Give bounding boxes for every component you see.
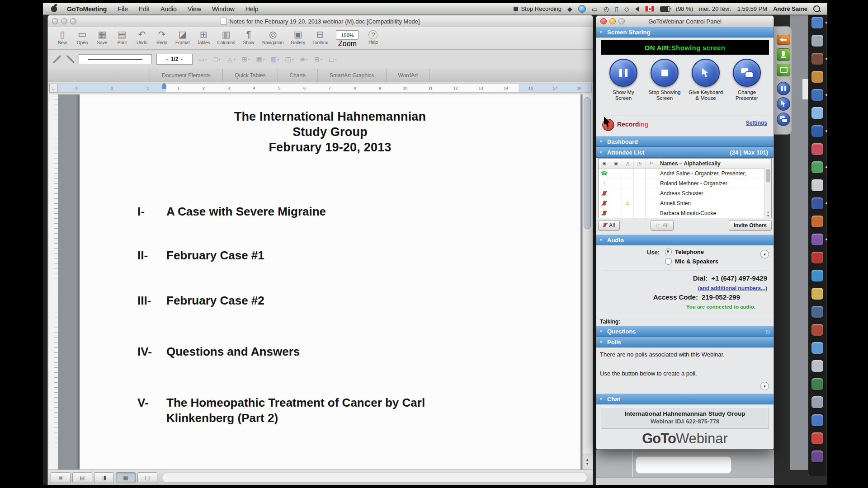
audio-header[interactable]: Audio	[596, 235, 774, 245]
horizontal-scrollbar[interactable]	[162, 473, 587, 483]
dock-app-icon[interactable]	[811, 306, 823, 318]
attendee-audio-icon[interactable]	[599, 208, 610, 218]
fast-user-switch-menu[interactable]: André Saine	[773, 5, 807, 12]
display-status-icon[interactable]: ▭	[592, 6, 598, 12]
view-mode-button[interactable]: ▦	[116, 472, 136, 483]
menu-item[interactable]: Edit	[133, 5, 155, 13]
telephone-radio-row[interactable]: Telephone	[665, 249, 704, 255]
dock-app-icon[interactable]	[811, 378, 823, 390]
speaker-column-icon[interactable]: ▣	[610, 159, 622, 168]
spotlight-icon[interactable]	[813, 5, 820, 12]
audio-options-dropdown[interactable]: ▾	[760, 250, 769, 258]
telephone-radio[interactable]	[665, 249, 672, 255]
menu-item[interactable]: View	[182, 5, 207, 13]
format-tool-button[interactable]: ▭	[197, 54, 208, 64]
dock-app-icon[interactable]	[811, 53, 823, 65]
scroll-up-icon[interactable]: ▲	[585, 458, 589, 462]
format-tool-button[interactable]: □	[212, 54, 222, 64]
alert-column-icon[interactable]: △	[622, 159, 634, 168]
dock-app-icon[interactable]	[811, 125, 823, 137]
sharing-button-icon[interactable]	[609, 59, 637, 87]
pause-sharing-button[interactable]	[777, 82, 790, 95]
attendee-scrollbar[interactable]: ▲▼	[764, 168, 771, 218]
gotowebinar-grab-tab[interactable]	[774, 26, 792, 135]
dock-app-icon[interactable]	[811, 414, 823, 426]
sharing-button-icon[interactable]	[733, 59, 761, 87]
view-mode-button[interactable]: ◨	[94, 472, 114, 483]
attendee-row[interactable]: Barbara Mimoto-Cooke	[599, 208, 771, 218]
attendee-audio-icon[interactable]	[599, 198, 610, 208]
attendee-list-header[interactable]: Attendee List (24 | Max 101)	[596, 147, 774, 158]
canada-flag-icon[interactable]	[645, 6, 654, 12]
gotomeeting-daisy-icon[interactable]	[578, 5, 586, 13]
dashboard-header[interactable]: Dashboard	[596, 136, 774, 147]
toolbar-button[interactable]: ▥ Columns	[214, 29, 239, 45]
ribbon-tab[interactable]: Quick Tables	[223, 69, 278, 82]
attendee-row[interactable]: André Saine - Organizer, Presenter,	[599, 169, 771, 178]
attendee-row[interactable]: Andreas Schuster	[599, 188, 771, 198]
dock-app-icon[interactable]	[811, 288, 823, 300]
attendee-audio-icon[interactable]	[599, 188, 610, 198]
dock-app-icon[interactable]	[811, 324, 823, 336]
dock-app-icon[interactable]	[811, 143, 823, 155]
scrollbar-arrows[interactable]: ▲▼	[583, 454, 592, 469]
menu-item[interactable]: Audio	[155, 5, 182, 13]
eraser-icon[interactable]	[66, 56, 74, 63]
apple-menu-icon[interactable]	[51, 6, 57, 12]
polls-dropdown[interactable]: ▾	[760, 382, 769, 390]
mic-column-icon[interactable]: ◉	[599, 159, 610, 168]
dock-app-icon[interactable]	[811, 432, 823, 444]
toolbar-button[interactable]: ⊟ Toolbox	[309, 29, 331, 45]
zoom-input[interactable]: 150%	[336, 30, 359, 40]
toolbar-button[interactable]: ▣ Gallery	[287, 29, 309, 45]
panel-title-bar[interactable]: GoToWebinar Control Panel	[596, 16, 774, 27]
hide-panel-button[interactable]	[777, 35, 790, 45]
attendee-audio-icon[interactable]	[599, 169, 610, 178]
attendee-row[interactable]: Roland Methner - Organizer	[599, 178, 771, 188]
dock-app-icon[interactable]	[811, 252, 823, 263]
menu-item[interactable]: Help	[240, 5, 264, 13]
toolbar-button[interactable]: ◪ Format	[172, 29, 193, 45]
dock-app-icon[interactable]	[811, 161, 823, 173]
menu-date[interactable]: mer. 20 févr.	[699, 5, 731, 12]
mute-all-button[interactable]: All	[598, 220, 620, 231]
format-tool-button[interactable]: ⊟	[313, 54, 324, 64]
view-mode-button[interactable]: ▢	[137, 472, 157, 483]
document-area[interactable]: The International Hahnemannian Study Gro…	[58, 94, 583, 469]
dock-app-icon[interactable]	[811, 234, 823, 245]
menu-item[interactable]: Window	[207, 5, 240, 13]
volume-icon[interactable]	[635, 6, 639, 12]
dock-app-icon[interactable]	[811, 450, 823, 462]
horizontal-ruler[interactable]: 321 1234567891011121314 161718	[58, 84, 592, 93]
word-title-bar[interactable]: Notes for the February 19-20, 2013 webin…	[48, 15, 593, 28]
stop-recording-menu-item[interactable]: Stop Recording	[514, 5, 561, 12]
scrollbar-thumb[interactable]	[584, 97, 591, 229]
sharing-button-icon[interactable]	[651, 59, 679, 87]
page-forward-icon[interactable]: ▸	[181, 57, 183, 61]
toolbar-button[interactable]: ⊞ Tables	[193, 29, 214, 45]
help-button[interactable]: ? Help	[363, 29, 383, 45]
mic-speakers-radio-row[interactable]: Mic & Speakers	[665, 258, 718, 265]
toolbar-button[interactable]: ▯ New	[52, 29, 72, 45]
dock-app-icon[interactable]	[811, 396, 823, 408]
monitor-status-icon[interactable]: ▯	[615, 6, 618, 12]
format-tool-button[interactable]: ▥	[269, 54, 280, 64]
menu-item[interactable]: GoToMeeting	[61, 5, 112, 13]
vertical-scrollbar[interactable]: ▲▼	[582, 94, 592, 469]
ribbon-tab[interactable]: Charts	[278, 69, 318, 82]
change-presenter-button[interactable]	[777, 113, 790, 126]
format-tool-button[interactable]: ▤	[255, 54, 266, 64]
time-machine-icon[interactable]: ◴	[604, 6, 609, 12]
ribbon-tab[interactable]: WordArt	[387, 69, 430, 82]
toolbar-button[interactable]: ¶ Show	[239, 29, 259, 45]
attendee-audio-icon[interactable]	[599, 178, 610, 188]
give-keyboard-button[interactable]	[777, 97, 790, 111]
dock-app-icon[interactable]	[811, 89, 823, 101]
dock-app-icon[interactable]	[811, 107, 823, 119]
settings-link[interactable]: Settings	[746, 120, 767, 126]
ribbon-tab[interactable]: Document Elements	[150, 69, 223, 82]
lower-hands-all-button[interactable]: ⚐ All	[651, 220, 673, 231]
format-tool-button[interactable]: ⊞	[241, 54, 251, 64]
screen-share-toggle-button[interactable]	[777, 64, 790, 76]
format-tool-button[interactable]: ◬	[226, 54, 237, 64]
